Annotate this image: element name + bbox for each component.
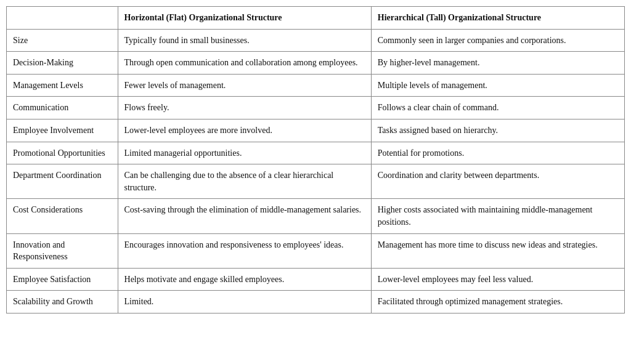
table-row: Cost ConsiderationsCost-saving through t… — [7, 199, 625, 233]
table-row: SizeTypically found in small businesses.… — [7, 29, 625, 52]
comparison-table: Horizontal (Flat) Organizational Structu… — [6, 6, 625, 313]
table-row: Decision-MakingThrough open communicatio… — [7, 52, 625, 75]
row-label: Decision-Making — [7, 52, 118, 75]
row-label: Management Levels — [7, 74, 118, 97]
table-row: Scalability and GrowthLimited.Facilitate… — [7, 291, 625, 313]
row-label: Scalability and Growth — [7, 291, 118, 313]
row-hierarchical: Commonly seen in larger companies and co… — [371, 29, 624, 52]
row-label: Promotional Opportunities — [7, 142, 118, 164]
table-row: Employee InvolvementLower-level employee… — [7, 119, 625, 142]
row-flat: Encourages innovation and responsiveness… — [118, 233, 371, 268]
table-row: Management LevelsFewer levels of managem… — [7, 74, 625, 97]
row-hierarchical: Tasks assigned based on hierarchy. — [371, 119, 624, 142]
row-hierarchical: By higher-level management. — [371, 52, 624, 75]
table-row: Department CoordinationCan be challengin… — [7, 164, 625, 199]
row-hierarchical: Management has more time to discuss new … — [371, 233, 624, 268]
header-flat: Horizontal (Flat) Organizational Structu… — [118, 7, 371, 30]
row-label: Size — [7, 29, 118, 52]
table-row: Employee SatisfactionHelps motivate and … — [7, 268, 625, 291]
row-flat: Can be challenging due to the absence of… — [118, 164, 371, 199]
row-label: Communication — [7, 97, 118, 119]
row-hierarchical: Follows a clear chain of command. — [371, 97, 624, 119]
header-empty — [7, 7, 118, 30]
row-flat: Limited. — [118, 291, 371, 313]
row-hierarchical: Lower-level employees may feel less valu… — [371, 268, 624, 291]
header-hierarchical: Hierarchical (Tall) Organizational Struc… — [371, 7, 624, 30]
table-row: Innovation and ResponsivenessEncourages … — [7, 233, 625, 268]
row-label: Employee Satisfaction — [7, 268, 118, 291]
row-hierarchical: Coordination and clarity between departm… — [371, 164, 624, 199]
row-hierarchical: Multiple levels of management. — [371, 74, 624, 97]
header-row: Horizontal (Flat) Organizational Structu… — [7, 7, 625, 30]
row-hierarchical: Facilitated through optimized management… — [371, 291, 624, 313]
row-flat: Flows freely. — [118, 97, 371, 119]
row-flat: Through open communication and collabora… — [118, 52, 371, 75]
row-flat: Helps motivate and engage skilled employ… — [118, 268, 371, 291]
row-label: Innovation and Responsiveness — [7, 233, 118, 268]
row-label: Cost Considerations — [7, 199, 118, 233]
row-hierarchical: Potential for promotions. — [371, 142, 624, 164]
row-hierarchical: Higher costs associated with maintaining… — [371, 199, 624, 233]
table-row: Promotional OpportunitiesLimited manager… — [7, 142, 625, 164]
row-flat: Fewer levels of management. — [118, 74, 371, 97]
row-flat: Limited managerial opportunities. — [118, 142, 371, 164]
row-label: Employee Involvement — [7, 119, 118, 142]
row-flat: Lower-level employees are more involved. — [118, 119, 371, 142]
row-flat: Typically found in small businesses. — [118, 29, 371, 52]
table-row: CommunicationFlows freely.Follows a clea… — [7, 97, 625, 119]
row-flat: Cost-saving through the elimination of m… — [118, 199, 371, 233]
row-label: Department Coordination — [7, 164, 118, 199]
